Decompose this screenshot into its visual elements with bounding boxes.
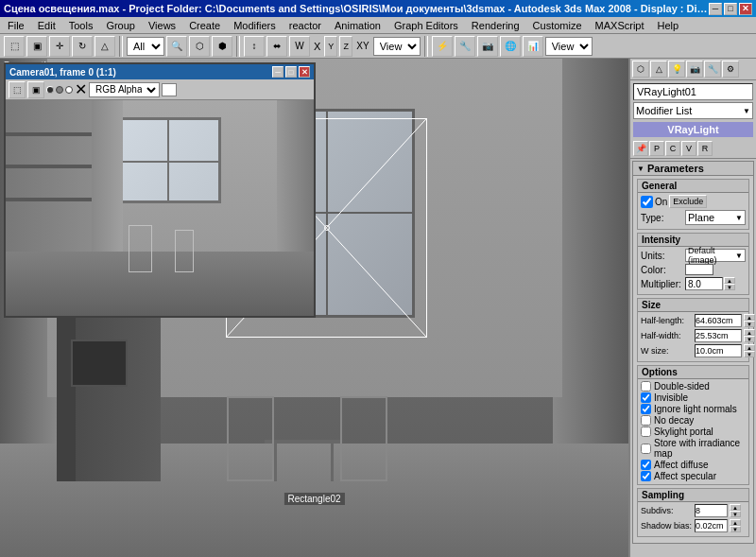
toolbar-btn-10[interactable]: ⬌ [266,36,287,57]
camera-close-btn[interactable]: ✕ [299,66,310,78]
camera-titlebar[interactable]: Camera01, frame 0 (1:1) ─ □ ✕ [6,64,314,79]
menu-file[interactable]: File [2,19,30,32]
toolbar-btn-14[interactable]: ⚡ [432,36,453,57]
all-dropdown[interactable]: All [127,37,164,56]
menu-graph-editors[interactable]: Graph Editors [388,19,464,32]
sampling-title[interactable]: Sampling [638,489,748,502]
rp-icon-4[interactable]: 📷 [686,61,703,78]
halflength-spinner[interactable]: ▲ ▼ [744,314,755,327]
multiplier-down[interactable]: ▼ [724,284,735,290]
cam-tb-3[interactable] [46,86,54,94]
toolbar-btn-9[interactable]: ↕ [244,36,265,57]
subdivs-input[interactable] [695,504,728,517]
toolbar-btn-8[interactable]: ⬢ [212,36,232,57]
toolbar-btn-6[interactable]: 🔍 [166,36,187,57]
wsize-spinner[interactable]: ▲ ▼ [744,344,755,357]
cam-tb-5[interactable] [65,86,73,94]
toolbar-btn-18[interactable]: 📊 [523,36,543,57]
toolbar-btn-13[interactable]: Z [339,36,352,57]
ignore-normals-checkbox[interactable] [641,404,651,414]
title-bar: Сцена освещения.max - Project Folder: C:… [0,0,756,17]
rp-icon-6[interactable]: ⚙ [722,61,739,78]
rp-reset-btn[interactable]: R [697,141,713,156]
double-sided-checkbox[interactable] [641,381,651,392]
toolbar-btn-2[interactable]: ▣ [26,36,47,57]
cam-tb-1[interactable]: ⬚ [9,81,26,98]
menu-maxscript[interactable]: MAXScript [590,19,650,32]
rp-icon-2[interactable]: △ [650,61,667,78]
toolbar-btn-16[interactable]: 📷 [477,36,498,57]
table-leg-l [274,444,277,481]
halflength-input[interactable] [695,314,742,327]
affect-diffuse-checkbox[interactable] [641,460,651,470]
rp-param-btn[interactable]: P [649,141,664,156]
multiplier-input[interactable] [685,277,723,290]
menu-group[interactable]: Group [100,19,141,32]
menu-reactor[interactable]: reactor [284,19,327,32]
menu-edit[interactable]: Edit [32,19,61,32]
rp-icon-1[interactable]: ⬡ [632,61,649,78]
store-irr-checkbox[interactable] [641,444,651,454]
menu-rendering[interactable]: Rendering [466,19,525,32]
cam-tb-4[interactable] [56,86,63,94]
maximize-button[interactable]: □ [724,3,737,15]
exclude-button[interactable]: Exclude [669,195,707,208]
rp-paste-btn[interactable]: V [681,141,696,156]
general-title[interactable]: General [638,180,748,193]
close-button[interactable]: ✕ [739,3,752,15]
minimize-button[interactable]: ─ [709,3,722,15]
toolbar-btn-4[interactable]: ↻ [72,36,93,57]
size-title[interactable]: Size [638,299,748,312]
parameters-title[interactable]: ▼ Parameters [633,162,753,176]
rp-copy-btn[interactable]: C [665,141,680,156]
wsize-input[interactable] [695,344,742,357]
menu-help[interactable]: Help [652,19,685,32]
view2-dropdown[interactable]: View [545,37,593,56]
on-checkbox[interactable] [641,196,653,208]
rp-icon-3[interactable]: 💡 [668,61,685,78]
view-dropdown[interactable]: View [373,37,421,56]
rp-icon-5[interactable]: 🔧 [704,61,721,78]
rp-pin-btn[interactable]: 📌 [633,141,648,156]
subdivs-spinner[interactable]: ▲ ▼ [730,504,741,517]
units-dropdown[interactable]: Default (image) ▼ [685,249,746,262]
halfwidth-input[interactable] [695,329,742,342]
color-swatch[interactable] [685,264,713,275]
menu-create[interactable]: Create [183,19,226,32]
cam-close-x[interactable]: ✕ [75,82,87,97]
no-decay-checkbox[interactable] [641,415,651,426]
halfwidth-spinner[interactable]: ▲ ▼ [744,329,755,342]
toolbar-btn-1[interactable]: ⬚ [4,36,25,57]
toolbar-btn-17[interactable]: 🌐 [500,36,521,57]
multiplier-spinner[interactable]: ▲ ▼ [724,277,735,290]
toolbar-btn-12[interactable]: Y [324,36,337,57]
cam-tb-2[interactable]: ▣ [27,81,44,98]
menu-modifiers[interactable]: Modifiers [228,19,282,32]
menu-tools[interactable]: Tools [63,19,99,32]
menu-customize[interactable]: Customize [527,19,588,32]
toolbar-btn-15[interactable]: 🔧 [455,36,475,57]
toolbar-btn-3[interactable]: ✛ [49,36,70,57]
camera-max-btn[interactable]: □ [285,66,297,78]
toolbar-btn-7[interactable]: ⬡ [189,36,210,57]
menu-views[interactable]: Views [143,19,181,32]
toolbar-btn-11[interactable]: W [289,36,310,57]
viewport-area[interactable]: Rectangle02 Perspective Camera01, frame … [0,59,628,557]
invisible-checkbox[interactable] [641,392,651,403]
modifier-list-dropdown[interactable]: Modifier List ▼ [633,102,753,119]
toolbar-btn-5[interactable]: △ [94,36,115,57]
camera-min-btn[interactable]: ─ [272,66,284,78]
intensity-title[interactable]: Intensity [638,234,748,247]
skylight-checkbox[interactable] [641,426,651,437]
multiplier-up[interactable]: ▲ [724,277,735,284]
menu-animation[interactable]: Animation [329,19,387,32]
sampling-subsection: Sampling Subdivs: ▲ ▼ Shadow bias: [637,488,749,537]
shadow-bias-spinner[interactable]: ▲ ▼ [730,519,741,532]
object-name-field[interactable]: VRayLight01 [633,83,753,100]
channel-dropdown[interactable]: RGB Alpha [89,82,160,97]
shadow-bias-input[interactable] [695,519,728,532]
options-title[interactable]: Options [638,366,748,379]
camera-window[interactable]: Camera01, frame 0 (1:1) ─ □ ✕ ⬚ ▣ ✕ RGB … [4,62,316,318]
affect-specular-checkbox[interactable] [641,471,651,481]
type-dropdown[interactable]: Plane ▼ [685,210,746,225]
